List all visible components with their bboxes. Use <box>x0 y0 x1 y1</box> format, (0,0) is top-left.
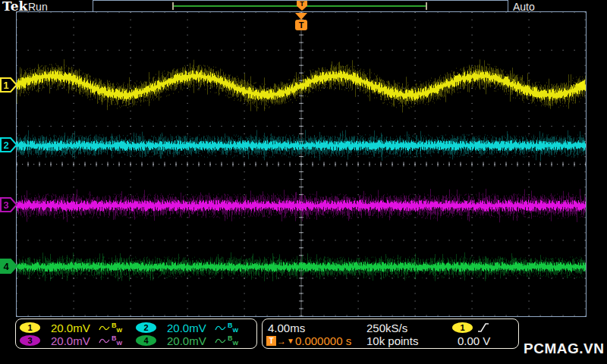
horizontal-scale: 4.00ms <box>268 322 305 334</box>
channel-marker-3: 3 <box>0 197 17 212</box>
svg-text:4: 4 <box>3 261 9 272</box>
svg-text:2: 2 <box>3 140 8 151</box>
channel-3-scale: 20.0mV <box>51 334 99 347</box>
record-length: 10k points <box>366 334 418 347</box>
channel-4-scale: 20.0mV <box>167 334 215 347</box>
trigger-position-bar-marker-icon: T <box>297 1 307 11</box>
arrow-right-icon: → <box>277 336 286 347</box>
channel-4-badge: 4 <box>136 335 156 346</box>
watermark: PCMAG.VN <box>524 340 604 357</box>
record-view-bracket-right <box>426 2 427 10</box>
record-view-bar: T <box>93 0 508 12</box>
channel-1-badge: 1 <box>20 322 40 333</box>
trigger-position-value: 0.000000 s <box>295 334 351 347</box>
trigger-position-flag: T <box>295 20 307 30</box>
channel-marker-1: 1 <box>0 77 17 93</box>
record-view-bracket-left <box>172 2 174 10</box>
channel-readouts-box: 1 20.0mV BW 2 20.0mV BW 3 20.0mV BW 4 20… <box>15 318 257 349</box>
horizontal-trigger-box: 4.00ms 250kS/s 1 T → ▼ 0.000000 s 10k po… <box>262 318 519 349</box>
channel-readout-row-1: 1 20.0mV BW 2 20.0mV BW <box>20 322 247 334</box>
channel-marker-4: 4 <box>0 259 17 274</box>
ac-coupling-icon <box>215 323 228 333</box>
bandwidth-limit-icon: BW <box>228 334 247 347</box>
channel-2-scale: 20.0mV <box>167 322 215 334</box>
sample-rate: 250kS/s <box>366 322 407 334</box>
trigger-level-value: 0.00 V <box>458 334 490 347</box>
channel-marker-2: 2 <box>0 137 17 152</box>
ac-coupling-icon <box>99 323 112 333</box>
channel-readout-row-2: 3 20.0mV BW 4 20.0mV BW <box>20 334 247 347</box>
bandwidth-limit-icon: BW <box>112 334 131 347</box>
channel-1-scale: 20.0mV <box>51 322 99 334</box>
graticule <box>16 11 587 317</box>
bandwidth-limit-icon: BW <box>228 322 247 334</box>
svg-text:3: 3 <box>3 199 8 211</box>
trigger-position-readout: T → ▼ 0.000000 s <box>266 334 351 347</box>
trigger-position-flag-triangle-icon <box>295 13 307 20</box>
trigger-t-icon: T <box>266 336 276 346</box>
channel-3-badge: 3 <box>20 335 40 346</box>
ac-coupling-icon <box>99 336 112 346</box>
triangle-down-icon: ▼ <box>287 337 294 345</box>
svg-text:1: 1 <box>3 80 8 91</box>
trigger-source-badge: 1 <box>452 322 473 333</box>
trigger-level-arrow-icon <box>576 80 585 90</box>
bandwidth-limit-icon: BW <box>112 322 131 334</box>
ac-coupling-icon <box>215 336 228 346</box>
waveform-display <box>17 12 586 316</box>
channel-2-badge: 2 <box>136 322 156 333</box>
